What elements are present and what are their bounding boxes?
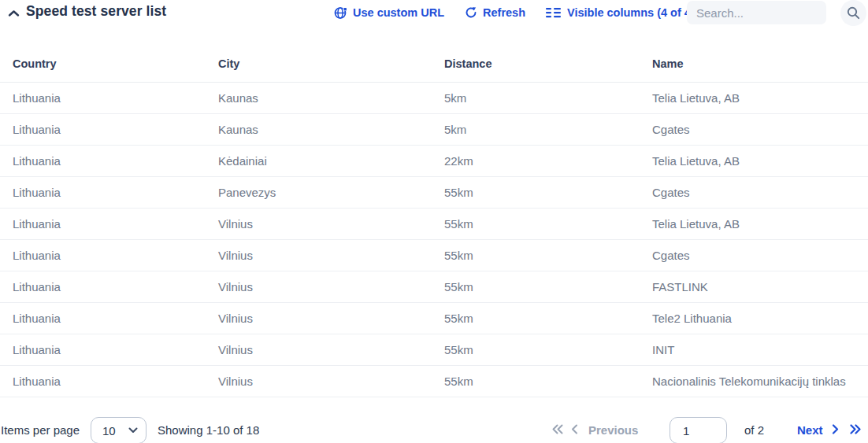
table-cell: Lithuania	[0, 271, 206, 302]
table-cell: Kaunas	[206, 113, 432, 145]
table-body: LithuaniaKaunas5kmTelia Lietuva, ABLithu…	[0, 82, 868, 397]
page-title: Speed test server list	[26, 3, 166, 20]
table-cell: Lithuania	[0, 82, 206, 113]
use-custom-url-label: Use custom URL	[353, 6, 444, 19]
table-row[interactable]: LithuaniaVilnius55kmCgates	[0, 239, 868, 271]
table-cell: Lithuania	[0, 176, 206, 208]
table-cell: Kaunas	[206, 82, 432, 113]
table-cell: Cgates	[640, 239, 868, 271]
column-header-name: Name	[640, 46, 868, 82]
table-cell: FASTLINK	[640, 271, 868, 302]
columns-icon	[546, 7, 562, 18]
table-row[interactable]: LithuaniaVilnius55kmINIT	[0, 334, 868, 365]
table-cell: Lithuania	[0, 113, 206, 145]
table-cell: Nacionalinis Telekomunikacijų tinklas	[640, 365, 868, 397]
refresh-button[interactable]: Refresh	[465, 6, 525, 19]
table-cell: Panevezys	[206, 176, 432, 208]
table-cell: 55km	[432, 239, 640, 271]
speed-test-server-panel: Speed test server list Use custom URL	[0, 0, 868, 443]
previous-button[interactable]: Previous	[588, 423, 638, 437]
total-pages-label: of 2	[744, 423, 764, 437]
table-cell: 55km	[432, 365, 640, 397]
search-box	[687, 1, 826, 24]
table-cell: 5km	[432, 82, 640, 113]
chevron-up-icon	[8, 9, 20, 17]
table-cell: Lithuania	[0, 145, 206, 176]
visible-columns-button[interactable]: Visible columns (4 of 4)	[546, 6, 695, 19]
table-cell: Lithuania	[0, 208, 206, 239]
collapse-panel-button[interactable]	[3, 3, 24, 24]
chevron-down-icon	[128, 427, 138, 434]
table-cell: Cgates	[640, 113, 868, 145]
first-page-icon	[551, 424, 564, 434]
refresh-label: Refresh	[483, 6, 525, 19]
table-cell: Vilnius	[206, 271, 432, 302]
globe-icon	[334, 6, 347, 20]
items-per-page-value: 10	[102, 424, 116, 437]
table-cell: 55km	[432, 302, 640, 334]
table-cell: 5km	[432, 113, 640, 145]
server-table: Country City Distance Name LithuaniaKaun…	[0, 46, 868, 397]
search-input[interactable]	[687, 1, 826, 24]
search-button[interactable]	[840, 0, 866, 26]
table-cell: Kėdainiai	[206, 145, 432, 176]
table-row[interactable]: LithuaniaKėdainiai22kmTelia Lietuva, AB	[0, 145, 868, 176]
showing-range-label: Showing 1-10 of 18	[158, 423, 259, 437]
table-cell: 55km	[432, 176, 640, 208]
use-custom-url-button[interactable]: Use custom URL	[334, 6, 444, 20]
table-row[interactable]: LithuaniaPanevezys55kmCgates	[0, 176, 868, 208]
column-header-distance: Distance	[432, 46, 640, 82]
toolbar: Use custom URL Refresh	[334, 0, 695, 25]
column-header-country: Country	[0, 46, 206, 82]
items-per-page-select[interactable]: 10	[91, 417, 147, 443]
next-button[interactable]: Next	[797, 423, 823, 437]
table-cell: 55km	[432, 208, 640, 239]
table-cell: Tele2 Lithuania	[640, 302, 868, 334]
table-cell: Telia Lietuva, AB	[640, 208, 868, 239]
panel-header: Speed test server list Use custom URL	[0, 0, 868, 25]
page-number-input[interactable]	[670, 417, 727, 443]
table-cell: INIT	[640, 334, 868, 365]
table-cell: Vilnius	[206, 302, 432, 334]
previous-page-icon[interactable]	[571, 424, 578, 434]
next-page-icon[interactable]	[832, 424, 839, 434]
table-cell: 22km	[432, 145, 640, 176]
last-page-icon	[849, 424, 862, 434]
first-page-button[interactable]	[551, 424, 564, 434]
table-cell: 55km	[432, 334, 640, 365]
table-cell: Vilnius	[206, 208, 432, 239]
table-cell: Cgates	[640, 176, 868, 208]
table-cell: Vilnius	[206, 365, 432, 397]
table-cell: Vilnius	[206, 239, 432, 271]
table-cell: Vilnius	[206, 334, 432, 365]
last-page-button[interactable]	[849, 424, 862, 434]
table-row[interactable]: LithuaniaKaunas5kmTelia Lietuva, AB	[0, 82, 868, 113]
table-cell: Telia Lietuva, AB	[640, 145, 868, 176]
table-cell: Lithuania	[0, 239, 206, 271]
table-row[interactable]: LithuaniaVilnius55kmTelia Lietuva, AB	[0, 208, 868, 239]
table-cell: 55km	[432, 271, 640, 302]
table-cell: Lithuania	[0, 302, 206, 334]
refresh-icon	[465, 6, 477, 19]
table-row[interactable]: LithuaniaVilnius55kmNacionalinis Telekom…	[0, 365, 868, 397]
table-cell: Telia Lietuva, AB	[640, 82, 868, 113]
table-row[interactable]: LithuaniaKaunas5kmCgates	[0, 113, 868, 145]
visible-columns-label: Visible columns (4 of 4)	[567, 6, 695, 19]
panel-footer: Items per page 10 Showing 1-10 of 18 Pre…	[0, 404, 868, 443]
column-header-city: City	[206, 46, 432, 82]
table-cell: Lithuania	[0, 365, 206, 397]
search-icon	[847, 6, 860, 20]
table-header-row: Country City Distance Name	[0, 46, 868, 82]
table-row[interactable]: LithuaniaVilnius55kmTele2 Lithuania	[0, 302, 868, 334]
table-row[interactable]: LithuaniaVilnius55kmFASTLINK	[0, 271, 868, 302]
items-per-page-label: Items per page	[1, 423, 80, 437]
table-cell: Lithuania	[0, 334, 206, 365]
